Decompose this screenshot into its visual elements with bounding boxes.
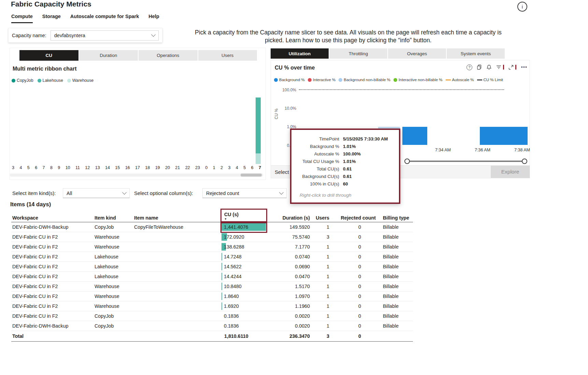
background-bar[interactable] xyxy=(480,127,528,145)
col-header-item-name[interactable]: Item name xyxy=(133,210,221,222)
col-header-cu[interactable]: CU (s) ▼ xyxy=(221,210,267,222)
chevron-down-icon xyxy=(122,190,127,195)
x-axis-label: 13 xyxy=(95,165,100,170)
focus-mode-icon[interactable] xyxy=(508,65,514,70)
metric-tab-cu[interactable]: CU xyxy=(19,50,79,61)
alert-icon[interactable] xyxy=(486,64,492,70)
table-row[interactable]: DEV-Fabric CU in F2Warehouse1.86401.0970… xyxy=(11,291,413,301)
col-header-duration[interactable]: Duration (s) xyxy=(267,210,311,222)
tooltip-value: 60 xyxy=(343,180,348,188)
cell-workspace: DEV-Fabric-DWH-Backup xyxy=(11,222,94,232)
optional-column-dropdown-value: Rejected count xyxy=(206,191,239,196)
filter-icon[interactable] xyxy=(496,65,501,70)
cell-item-kind: Warehouse xyxy=(94,291,133,301)
x-axis-label: 6 xyxy=(251,165,254,170)
table-row[interactable]: DEV-Fabric CU in F2Warehouse10.84801.517… xyxy=(11,281,413,291)
copy-icon[interactable] xyxy=(477,64,482,70)
background-bar[interactable] xyxy=(402,127,427,145)
cell-item-kind: Warehouse xyxy=(94,232,133,242)
x-axis-label: 5 xyxy=(27,165,30,170)
explore-button[interactable]: Explore xyxy=(491,166,530,178)
filter-alert-badge xyxy=(503,65,504,70)
utilization-tab-throttling[interactable]: Throttling xyxy=(329,48,388,59)
table-row[interactable]: DEV-Fabric CU in F2Warehouse1.69201.1960… xyxy=(11,301,413,311)
cell-billing-type: Billable xyxy=(377,311,413,321)
ribbon-chart-scrollbar[interactable] xyxy=(10,174,263,177)
time-range-slider[interactable] xyxy=(407,161,525,162)
legend-item-cu-limit: CU % Limit xyxy=(477,78,503,82)
legend-item-interactive-non-billable: Interactive non-billable % xyxy=(393,78,443,82)
table-row[interactable]: DEV-Fabric-DWH-BackupCopyJobCopyFileToWa… xyxy=(11,222,413,232)
tooltip-label: Autoscale % xyxy=(291,150,339,158)
cell-item-name xyxy=(133,311,221,321)
tooltip-label: Total CU Usage % xyxy=(291,158,339,165)
table-row[interactable]: DEV-Fabric-DWH-BackupCopyJob0.18360.0020… xyxy=(11,321,413,331)
nav-tab-compute[interactable]: Compute xyxy=(11,14,33,23)
cell-duration: 0.0020 xyxy=(267,321,311,331)
nav-tab-storage[interactable]: Storage xyxy=(42,14,61,23)
x-axis-label: 22 xyxy=(185,165,190,170)
metric-tab-users[interactable]: Users xyxy=(198,50,257,61)
cell-item-name xyxy=(133,242,221,252)
more-options-icon[interactable]: ⋯ xyxy=(521,63,527,71)
stacked-bar-hour-7[interactable] xyxy=(256,97,261,164)
info-icon: i xyxy=(522,4,523,10)
table-row[interactable]: DEV-Fabric CU in F2Lakehouse14.56220.069… xyxy=(11,261,413,271)
cell-item-name xyxy=(133,291,221,301)
legend-line-icon xyxy=(477,79,482,80)
metric-tab-duration[interactable]: Duration xyxy=(79,50,139,61)
table-row[interactable]: DEV-Fabric CU in F2Lakehouse14.42440.047… xyxy=(11,271,413,281)
utilization-tab-utilization[interactable]: Utilization xyxy=(271,48,329,59)
bar-segment-light xyxy=(256,153,261,164)
x-axis-label: 23 xyxy=(195,165,200,170)
table-row[interactable]: DEV-Fabric CU in F2Lakehouse14.72480.074… xyxy=(11,252,413,261)
table-row[interactable]: DEV-Fabric CU in F2Warehouse172.092075.5… xyxy=(11,232,413,242)
legend-dot-icon xyxy=(308,78,312,82)
legend-dot-icon xyxy=(393,78,397,82)
slider-handle-right[interactable] xyxy=(522,159,527,164)
total-label: Total xyxy=(11,331,94,341)
cell-users: 1 xyxy=(311,252,330,261)
cell-rejected-count: 0 xyxy=(330,291,377,301)
utilization-tab-system-events[interactable]: System events xyxy=(447,48,505,59)
cell-cu-value: 138.6288 xyxy=(221,244,244,250)
nav-tab-autoscale-compute-for-spark[interactable]: Autoscale compute for Spark xyxy=(70,14,139,23)
tooltip-value: 100.00% xyxy=(343,150,361,158)
info-button[interactable]: i xyxy=(517,2,527,12)
cell-cu: 1.8640 xyxy=(221,291,267,301)
col-header-users[interactable]: Users xyxy=(311,210,330,222)
nav-tab-help[interactable]: Help xyxy=(148,14,159,23)
col-header-workspace[interactable]: Workspace xyxy=(11,210,94,222)
cell-item-kind: Lakehouse xyxy=(94,271,133,281)
tooltip-label: TimePoint xyxy=(291,135,339,143)
cell-workspace: DEV-Fabric CU in F2 xyxy=(11,261,94,271)
legend-item-warehouse: Warehouse xyxy=(67,78,94,83)
cell-billing-type: Billable xyxy=(377,261,413,271)
legend-line-icon xyxy=(446,79,451,80)
utilization-tab-overages[interactable]: Overages xyxy=(388,48,447,59)
col-header-item-kind[interactable]: Item kind xyxy=(94,210,133,222)
col-header-rejected-count[interactable]: Rejected count xyxy=(330,210,377,222)
table-row[interactable]: DEV-Fabric CU in F2CopyJob0.18360.002010… xyxy=(11,311,413,321)
table-row[interactable]: DEV-Fabric CU in F2Warehouse138.62887.17… xyxy=(11,242,413,252)
slider-handle-left[interactable] xyxy=(404,159,410,164)
cell-item-name xyxy=(133,261,221,271)
help-icon[interactable]: ? xyxy=(467,64,472,70)
metric-tab-operations[interactable]: Operations xyxy=(139,50,198,61)
utilization-tabs: UtilizationThrottlingOveragesSystem even… xyxy=(271,48,505,59)
col-header-billing-type[interactable]: Billing type xyxy=(377,210,413,222)
page-title: Fabric Capacity Metrics xyxy=(11,0,91,8)
item-kind-dropdown[interactable]: All xyxy=(63,188,130,198)
x-axis-label: 16 xyxy=(125,165,130,170)
scrollbar-thumb[interactable] xyxy=(241,174,262,177)
optional-column-dropdown[interactable]: Rejected count xyxy=(202,188,287,198)
cell-item-kind: CopyJob xyxy=(94,222,133,232)
x-axis-label: 7 xyxy=(43,165,45,170)
x-axis-label: 21 xyxy=(175,165,180,170)
table-total-row: Total 1,810.6110 236.3470 3 0 xyxy=(11,331,413,341)
items-table-title: Items (14 days) xyxy=(10,201,51,208)
x-axis-label: 20 xyxy=(165,165,170,170)
cell-duration: 0.0020 xyxy=(267,311,311,321)
cell-item-kind: Lakehouse xyxy=(94,261,133,271)
capacity-dropdown[interactable]: devfabsyntera xyxy=(51,30,159,41)
